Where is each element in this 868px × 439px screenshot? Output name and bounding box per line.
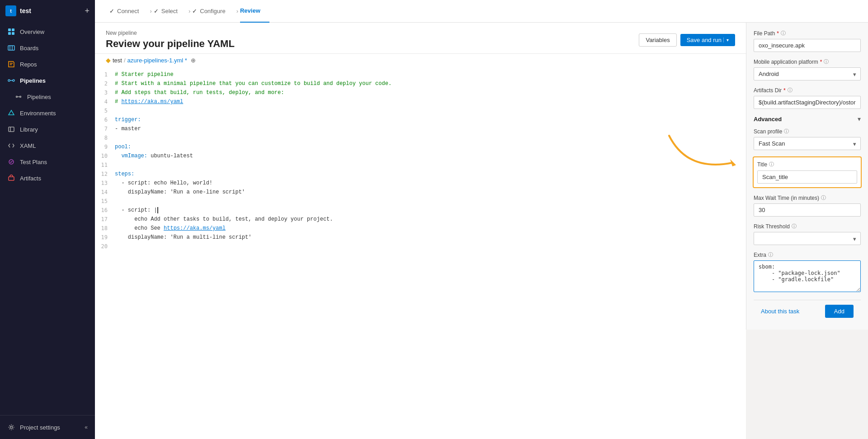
mobile-platform-select-wrapper: Android iOS <box>754 67 861 80</box>
svg-point-10 <box>13 80 14 81</box>
artifacts-dir-input[interactable] <box>754 96 861 109</box>
sidebar-item-library[interactable]: Library <box>0 121 95 137</box>
wizard-step-review-label: Review <box>240 7 260 14</box>
extra-info-icon[interactable]: ⓘ <box>768 251 773 258</box>
sidebar-item-test-plans-label: Test Plans <box>20 159 47 165</box>
copy-path-icon[interactable]: ⊕ <box>191 57 196 64</box>
code-line-16: 16 - script: | <box>95 206 746 215</box>
code-line-3: 3 # Add steps that build, run tests, dep… <box>95 88 746 97</box>
risk-threshold-info-icon[interactable]: ⓘ <box>792 223 797 230</box>
sidebar-item-pipelines[interactable]: Pipelines <box>0 72 95 89</box>
repos-icon <box>7 60 15 68</box>
wizard-step-select-label: Select <box>161 8 178 14</box>
variables-button[interactable]: Variables <box>639 33 676 47</box>
sidebar-item-environments-label: Environments <box>20 110 56 117</box>
filename[interactable]: azure-pipelines-1.yml * <box>127 57 187 64</box>
field-group-mobile-platform: Mobile application platform * ⓘ Android … <box>754 58 861 80</box>
sidebar-item-test-plans[interactable]: Test Plans <box>0 154 95 170</box>
field-group-title: Title ⓘ <box>753 156 862 188</box>
artifacts-dir-info-icon[interactable]: ⓘ <box>788 87 793 94</box>
code-editor[interactable]: 1 # Starter pipeline 2 # Start with a mi… <box>95 66 746 439</box>
sidebar-item-overview-label: Overview <box>20 28 44 35</box>
risk-threshold-label: Risk Threshold ⓘ <box>754 223 861 230</box>
sidebar-item-artifacts[interactable]: Artifacts <box>0 170 95 186</box>
svg-rect-1 <box>12 28 14 31</box>
extra-textarea[interactable]: sbom: - "package-lock.json" - "gradle.lo… <box>754 260 861 292</box>
svg-point-13 <box>20 96 21 98</box>
line18-link[interactable]: https://aka.ms/yaml <box>164 225 226 231</box>
mobile-platform-label: Mobile application platform * ⓘ <box>754 58 861 65</box>
artifacts-icon <box>7 174 15 182</box>
project-avatar: t <box>5 5 16 16</box>
file-path-info-icon[interactable]: ⓘ <box>781 30 786 37</box>
sidebar-item-pipelines-sub[interactable]: Pipelines <box>0 89 95 105</box>
test-plans-icon <box>7 158 15 166</box>
max-wait-input[interactable] <box>754 203 861 217</box>
artifacts-dir-label: Artifacts Dir * ⓘ <box>754 87 861 94</box>
code-line-15: 15 <box>95 197 746 206</box>
field-group-risk-threshold: Risk Threshold ⓘ Low Medium High Critica… <box>754 223 861 245</box>
svg-rect-4 <box>8 46 14 50</box>
add-project-button[interactable]: + <box>85 7 90 15</box>
sidebar-item-xaml[interactable]: XAML <box>0 137 95 154</box>
max-wait-info-icon[interactable]: ⓘ <box>821 194 826 201</box>
wizard-step-configure-label: Configure <box>200 8 225 14</box>
code-line-17: 17 echo Add other tasks to build, test, … <box>95 215 746 224</box>
wizard-step-configure[interactable]: ✓ Configure <box>192 8 234 14</box>
svg-point-12 <box>16 96 18 98</box>
mobile-platform-select[interactable]: Android iOS <box>754 67 861 80</box>
add-button[interactable]: Add <box>825 305 854 318</box>
code-line-10: 10 vmImage: ubuntu-latest <box>95 151 746 160</box>
file-path-project[interactable]: test <box>113 57 122 64</box>
sidebar-item-repos[interactable]: Repos <box>0 56 95 72</box>
save-run-dropdown-arrow: ▾ <box>723 38 729 42</box>
save-and-run-button[interactable]: Save and run ▾ <box>680 34 735 46</box>
sidebar-item-artifacts-label: Artifacts <box>20 175 41 182</box>
mobile-platform-info-icon[interactable]: ⓘ <box>824 58 829 65</box>
sidebar-item-xaml-label: XAML <box>20 142 36 149</box>
svg-rect-3 <box>12 32 14 35</box>
editor-toolbar: Variables Save and run ▾ <box>639 33 735 47</box>
new-pipeline-label: New pipeline <box>106 30 639 36</box>
content-area: New pipeline Review your pipeline YAML V… <box>95 23 868 439</box>
title-label: Title ⓘ <box>757 161 857 168</box>
file-path-bar: ◆ test / azure-pipelines-1.yml * ⊕ <box>95 53 746 66</box>
advanced-collapse-button[interactable]: ▾ <box>858 115 861 123</box>
title-input[interactable] <box>757 170 857 184</box>
about-task-link[interactable]: About this task <box>761 308 799 315</box>
sidebar-nav: Overview Boards Repos Pipelines <box>0 22 95 415</box>
wizard-sep-2: › <box>189 8 190 14</box>
code-line-6: 6 trigger: <box>95 115 746 124</box>
sidebar-item-project-settings[interactable]: Project settings « <box>0 419 95 435</box>
code-line-7: 7 - master <box>95 124 746 133</box>
pipelines-icon <box>7 76 15 85</box>
field-group-file-path: File Path * ⓘ <box>754 30 861 52</box>
wizard-step-review[interactable]: Review <box>240 0 269 23</box>
title-info-icon[interactable]: ⓘ <box>769 161 774 168</box>
settings-icon <box>7 423 15 431</box>
risk-threshold-select[interactable]: Low Medium High Critical <box>754 232 861 245</box>
advanced-section-header: Advanced ▾ <box>754 115 861 123</box>
overview-icon <box>7 28 15 36</box>
code-line-12: 12 steps: <box>95 170 746 179</box>
sidebar-item-overview[interactable]: Overview <box>0 24 95 40</box>
project-name[interactable]: t test <box>5 5 31 16</box>
svg-rect-2 <box>8 32 11 35</box>
sidebar: t test + Overview Boards Repos <box>0 0 95 439</box>
file-path-input[interactable] <box>754 39 861 52</box>
file-path-required: * <box>777 30 779 37</box>
scan-profile-select[interactable]: Fast Scan Full Scan <box>754 137 861 150</box>
path-separator: / <box>124 57 126 64</box>
scan-profile-info-icon[interactable]: ⓘ <box>784 128 789 135</box>
wizard-step-connect[interactable]: ✓ Connect <box>109 8 148 14</box>
wizard-bar: ✓ Connect › ✓ Select › ✓ Configure › Rev… <box>95 0 868 23</box>
field-group-scan-profile: Scan profile ⓘ Fast Scan Full Scan <box>754 128 861 150</box>
sidebar-item-boards[interactable]: Boards <box>0 40 95 56</box>
field-group-max-wait: Max Wait Time (in minutes) ⓘ <box>754 194 861 217</box>
sidebar-item-boards-label: Boards <box>20 45 38 52</box>
line4-link[interactable]: https://aka.ms/yaml <box>121 99 183 105</box>
sidebar-item-environments[interactable]: Environments <box>0 105 95 121</box>
wizard-step-select[interactable]: ✓ Select <box>154 8 187 14</box>
code-line-14: 14 displayName: 'Run a one-line script' <box>95 188 746 197</box>
advanced-section-title: Advanced <box>754 116 782 123</box>
